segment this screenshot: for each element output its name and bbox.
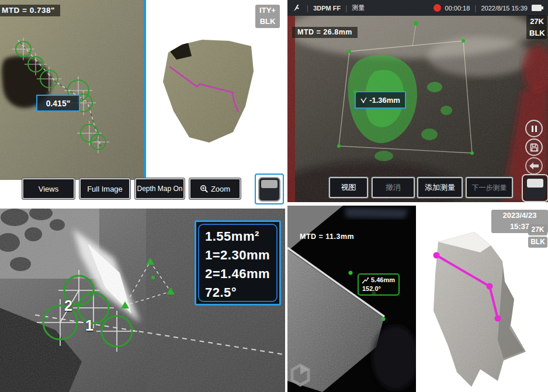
camera-image bbox=[287, 16, 548, 202]
views-button-label: Views bbox=[39, 185, 58, 193]
back-arrow-icon bbox=[529, 162, 539, 169]
mode-title: 测量 bbox=[352, 4, 365, 12]
panel-top-left: MTD = 0.738" 0.415" bbox=[0, 0, 285, 204]
undo-button-label: 撤消 bbox=[386, 182, 401, 193]
panel-bottom-left: 2 1 1.55mm² 1=2.30mm 2=1.46mm 72.5° bbox=[0, 209, 285, 392]
save-icon bbox=[530, 143, 539, 152]
result-angle: 72.5° bbox=[205, 283, 270, 302]
save-button[interactable] bbox=[525, 138, 543, 156]
length-angle-label: 5.46mm 152.0° bbox=[358, 273, 400, 296]
mtd-label: MTD = 26.8mm bbox=[292, 27, 358, 38]
mtd-label: MTD = 0.738" bbox=[0, 5, 60, 16]
measurement-result-box: 1.55mm² 1=2.30mm 2=1.46mm 72.5° bbox=[195, 220, 281, 306]
screen-layout-toggle[interactable] bbox=[522, 174, 548, 202]
screen-layout-toggle-glyph bbox=[258, 177, 280, 202]
point-label-2: 2 bbox=[64, 297, 72, 314]
back-button[interactable] bbox=[525, 157, 543, 175]
probe-icon bbox=[292, 4, 301, 12]
result-length-2: 2=1.46mm bbox=[205, 265, 270, 283]
full-image-button[interactable]: Full Image bbox=[79, 178, 130, 199]
measurement-result-lines: 1.55mm² 1=2.30mm 2=1.46mm 72.5° bbox=[198, 224, 278, 302]
screen-layout-toggle[interactable] bbox=[255, 174, 284, 204]
full-image-button-label: Full Image bbox=[87, 185, 123, 193]
next-measurement-button-label: 下一步测量 bbox=[472, 183, 507, 193]
videoscope-screenshot-collage: MTD = 0.738" 0.415" bbox=[0, 0, 548, 392]
panel-bottom-right: MTD = 11.3mm 5.46mm 152.0° bbox=[287, 206, 548, 392]
undo-button[interactable]: 撤消 bbox=[372, 177, 415, 198]
datetime: 2022/8/15 15:39 bbox=[481, 5, 528, 12]
zoom-button-label: Zoom bbox=[211, 185, 230, 193]
battery-icon bbox=[532, 5, 543, 11]
quality-badge: 27K BLK bbox=[526, 15, 547, 39]
brand-logo bbox=[290, 363, 310, 389]
add-measurement-button-label: 添加测量 bbox=[425, 182, 455, 193]
length-value: 5.46mm bbox=[371, 276, 395, 285]
depth-map-button-label: Depth Map On bbox=[137, 185, 182, 193]
record-time: 00:00:18 bbox=[445, 5, 470, 12]
pause-icon bbox=[532, 126, 537, 132]
mtd-label: MTD = 11.3mm bbox=[294, 231, 359, 242]
add-measurement-button[interactable]: 添加测量 bbox=[417, 177, 463, 198]
depth-cursor-dot bbox=[353, 90, 357, 93]
result-area: 1.55mm² bbox=[205, 227, 270, 246]
zoom-button[interactable]: Zoom bbox=[189, 178, 241, 199]
screen-layout-toggle-glyph bbox=[525, 177, 545, 199]
views-button-label: 视图 bbox=[341, 182, 356, 193]
panel-top-right: | 3DPM FF | 测量 00:00:18 | 2022/8/15 15:3… bbox=[287, 0, 548, 202]
quality-badge-line2: BLK bbox=[529, 27, 544, 39]
result-length-1: 1=2.30mm bbox=[205, 246, 270, 265]
camera-image bbox=[0, 0, 144, 180]
pause-button[interactable] bbox=[525, 120, 543, 137]
angle-value: 152.0° bbox=[362, 285, 395, 293]
depth-value: -1.36mm bbox=[369, 96, 400, 105]
polyline-length-icon bbox=[362, 277, 369, 283]
measurement-value: 0.415" bbox=[46, 99, 71, 108]
record-indicator bbox=[433, 4, 441, 12]
quality-badge-line1: ITY+ bbox=[258, 5, 278, 16]
quality-badge-line2: BLK bbox=[258, 16, 278, 27]
magnifier-icon bbox=[200, 185, 208, 193]
views-button[interactable]: Views bbox=[22, 178, 75, 199]
next-measurement-button[interactable]: 下一步测量 bbox=[466, 177, 513, 198]
probe-type: 3DPM FF bbox=[313, 5, 341, 12]
depth-icon bbox=[360, 97, 367, 103]
depth-value-box[interactable]: -1.36mm bbox=[355, 91, 406, 109]
point-label-1: 1 bbox=[85, 317, 93, 334]
depth-map-button[interactable]: Depth Map On bbox=[135, 178, 185, 199]
quality-badge-blk: BLK bbox=[528, 237, 547, 248]
quality-badge-27k: 27K bbox=[528, 224, 547, 235]
status-bar: | 3DPM FF | 测量 00:00:18 | 2022/8/15 15:3… bbox=[287, 0, 548, 16]
measurement-value-box[interactable]: 0.415" bbox=[36, 95, 80, 112]
quality-badge: ITY+ BLK bbox=[255, 5, 280, 28]
views-button[interactable]: 视图 bbox=[329, 177, 368, 198]
quality-badge-line1: 27K bbox=[529, 16, 544, 27]
